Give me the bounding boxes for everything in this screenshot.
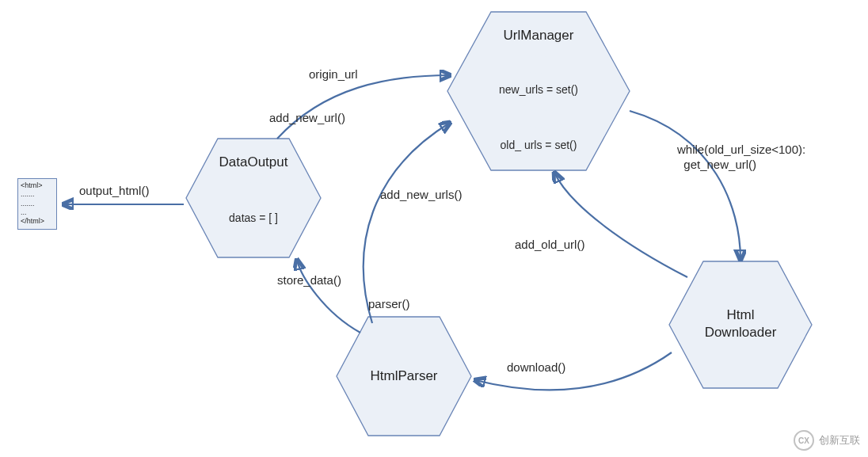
watermark: CX 创新互联 [794, 430, 860, 451]
edge-label-add-new-url: add_new_url() [269, 111, 345, 124]
html-file-line: ....... [21, 200, 54, 208]
watermark-text: 创新互联 [819, 433, 860, 447]
node-line: new_urls = set() [499, 83, 578, 96]
edge-label-origin-url: origin_url [309, 67, 358, 81]
database-icon [529, 109, 548, 128]
diagram-canvas: <html> ....... ....... ... </html> UrlMa… [0, 0, 868, 457]
node-title: DataOutput [219, 154, 288, 169]
edge-label-while-get: while(old_url_size<100): get_new_url() [677, 143, 851, 173]
node-title: UrlManager [504, 28, 574, 43]
edge-download [475, 352, 672, 390]
edge-label-download: download() [507, 360, 565, 374]
node-line: old_ urls = set() [501, 139, 577, 151]
node-html-downloader: Html Downloader [665, 257, 816, 392]
node-title: HtmlParser [370, 368, 437, 383]
html-file-line: ....... [21, 190, 54, 199]
edge-origin-url [277, 75, 450, 139]
node-html-parser: HtmlParser [333, 313, 475, 440]
html-file-output: <html> ....... ....... ... </html> [17, 178, 57, 230]
node-data-output: DataOutput datas = [ ] [182, 135, 325, 261]
database-icon [244, 182, 263, 200]
database-icon [529, 55, 548, 74]
edge-add-new-urls [364, 123, 450, 323]
edge-label-parser: parser() [368, 297, 410, 310]
html-file-line: <html> [21, 181, 54, 190]
node-title-l2: Downloader [705, 325, 777, 340]
edge-label-store-data: store_data() [277, 273, 341, 287]
edge-while-get [630, 111, 740, 260]
html-file-line: </html> [21, 217, 54, 226]
node-url-manager: UrlManager new_urls = set() old_ urls = … [444, 8, 634, 174]
edge-label-output-html: output_html() [79, 184, 149, 197]
node-title-l1: Html [727, 307, 755, 322]
html-file-line: ... [21, 208, 54, 217]
edge-label-add-new-urls: add_new_urls() [380, 188, 462, 201]
node-line: datas = [ ] [229, 211, 278, 224]
watermark-logo-icon: CX [794, 430, 814, 451]
edge-label-add-old-url: add_old_url() [515, 238, 584, 251]
